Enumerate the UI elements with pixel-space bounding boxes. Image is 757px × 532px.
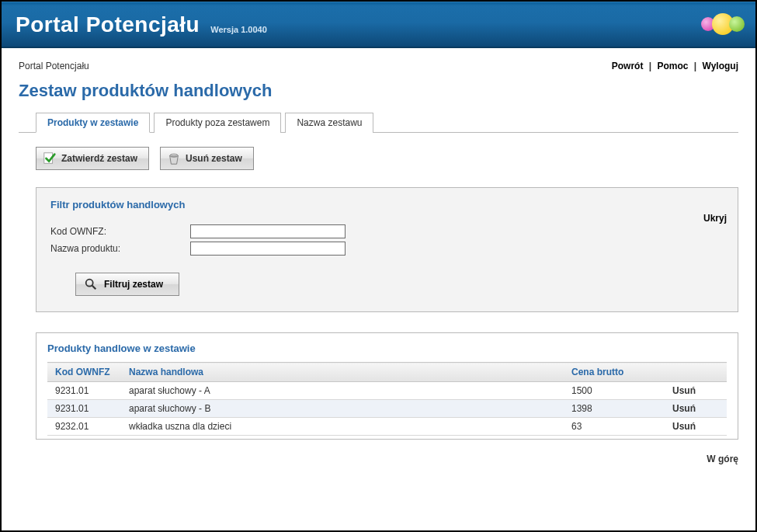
approve-set-button[interactable]: Zatwierdź zestaw [36,147,149,170]
filter-button[interactable]: Filtruj zestaw [75,273,179,296]
approve-set-label: Zatwierdź zestaw [61,153,137,164]
kod-label: Kod OWNFZ: [50,226,190,237]
logo-icon [729,16,745,32]
tabs: Produkty w zestawie Produkty poza zestaw… [19,112,738,133]
app-version: Wersja 1.0040 [210,25,267,34]
nazwa-input[interactable] [190,242,346,256]
tab-set-name[interactable]: Nazwa zestawu [285,113,373,133]
nazwa-label: Nazwa produktu: [50,243,190,254]
separator: | [694,61,696,71]
row-delete-link[interactable]: Usuń [665,400,727,418]
cell-kod: 9231.01 [47,400,121,418]
filter-button-label: Filtruj zestaw [104,279,163,290]
row-delete-link[interactable]: Usuń [665,382,727,400]
trash-icon [167,151,181,165]
back-link[interactable]: Powrót [612,61,644,71]
products-table-panel: Produkty handlowe w zestawie Kod OWNFZ N… [36,332,738,440]
svg-line-4 [92,286,96,290]
filter-panel: Filtr produktów handlowych Ukryj Kod OWN… [36,187,738,312]
products-table: Kod OWNFZ Nazwa handlowa Cena brutto 923… [47,362,727,436]
filter-title: Filtr produktów handlowych [50,199,724,210]
col-header-kod[interactable]: Kod OWNFZ [47,363,121,382]
row-delete-link[interactable]: Usuń [665,418,727,436]
tab-products-out-of-set[interactable]: Produkty poza zestawem [154,113,281,133]
table-row: 9232.01 wkładka uszna dla dzieci 63 Usuń [47,418,727,436]
cell-cena: 1398 [564,400,665,418]
table-row: 9231.01 aparat słuchowy - A 1500 Usuń [47,382,727,400]
col-header-cena[interactable]: Cena brutto [564,363,665,382]
logout-link[interactable]: Wyloguj [703,61,738,71]
cell-nazwa: wkładka uszna dla dzieci [121,418,564,436]
col-header-action [665,363,727,382]
cell-nazwa: aparat słuchowy - B [121,400,564,418]
cell-cena: 63 [564,418,665,436]
search-icon [84,277,98,291]
cell-kod: 9232.01 [47,418,121,436]
kod-input[interactable] [190,224,346,238]
products-table-title: Produkty handlowe w zestawie [47,342,727,354]
cell-kod: 9231.01 [47,382,121,400]
app-header: Portal Potencjału Wersja 1.0040 [2,2,755,48]
cell-nazwa: aparat słuchowy - A [121,382,564,400]
tab-products-in-set[interactable]: Produkty w zestawie [36,113,150,133]
page-title: Zestaw produktów handlowych [2,75,755,112]
scroll-top-link[interactable]: W górę [707,454,738,464]
breadcrumb: Portal Potencjału [19,61,89,71]
svg-point-2 [171,154,176,156]
app-logo [701,13,745,35]
app-title: Portal Potencjału [16,12,200,37]
table-row: 9231.01 aparat słuchowy - B 1398 Usuń [47,400,727,418]
delete-set-label: Usuń zestaw [186,153,242,164]
col-header-nazwa[interactable]: Nazwa handlowa [121,363,564,382]
delete-set-button[interactable]: Usuń zestaw [160,147,254,170]
hide-filter-link[interactable]: Ukryj [703,213,727,224]
svg-point-3 [86,280,93,287]
separator: | [649,61,651,71]
help-link[interactable]: Pomoc [657,61,688,71]
cell-cena: 1500 [564,382,665,400]
check-icon [43,151,57,165]
